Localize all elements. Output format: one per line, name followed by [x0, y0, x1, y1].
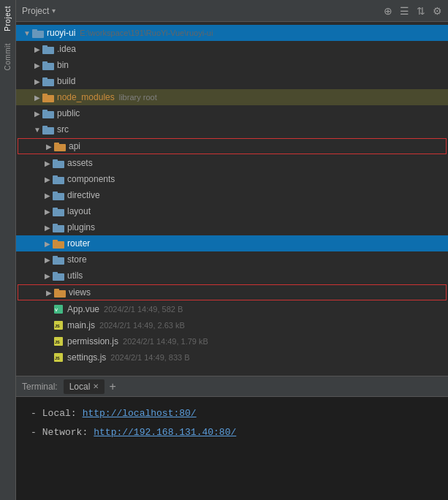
- list-item[interactable]: ▶ build: [16, 73, 448, 89]
- toolbar-left: Project ▾: [22, 6, 56, 16]
- svg-rect-7: [42, 77, 48, 80]
- terminal-line-local: - Local: http://localhost:80/: [31, 404, 433, 423]
- list-item[interactable]: ▶ node_modules library root: [16, 89, 448, 105]
- svg-rect-28: [53, 257, 64, 265]
- project-tab[interactable]: Project: [1, 0, 14, 37]
- terminal-link-local[interactable]: http://localhost:80/: [83, 404, 197, 423]
- views-name: views: [69, 287, 91, 298]
- svg-rect-18: [53, 177, 64, 184]
- svg-rect-25: [53, 224, 58, 226]
- svg-rect-30: [53, 273, 64, 281]
- svg-rect-11: [42, 110, 48, 112]
- list-item[interactable]: ▶ bin: [16, 57, 448, 73]
- svg-rect-32: [54, 290, 66, 298]
- assets-arrow-icon: ▶: [42, 159, 53, 167]
- src-name: src: [57, 124, 69, 135]
- router-arrow-icon: ▶: [42, 240, 53, 248]
- api-arrow-icon: ▶: [44, 143, 54, 151]
- list-item[interactable]: ▶ utils: [16, 268, 448, 284]
- svg-rect-16: [53, 161, 64, 168]
- list-item[interactable]: ▶ layout: [16, 203, 448, 219]
- globe-icon[interactable]: ⊕: [384, 5, 392, 17]
- list-icon[interactable]: ☰: [400, 5, 409, 17]
- list-item[interactable]: ▶ directive: [16, 187, 448, 203]
- gear-icon[interactable]: ⚙: [433, 5, 442, 17]
- svg-rect-15: [54, 143, 59, 145]
- root-project-path: E:\workspace\191\RuoYi-Vue\ruoyi-ui: [80, 29, 213, 37]
- main-content: Project ▾ ⊕ ☰ ⇅ ⚙ ▼ ruoyi-ui E:\workspac…: [16, 0, 448, 500]
- list-item[interactable]: ▶ store: [16, 251, 448, 268]
- store-arrow-icon: ▶: [42, 256, 53, 264]
- terminal-add-button[interactable]: +: [106, 380, 118, 393]
- svg-rect-33: [54, 289, 59, 291]
- svg-text:JS: JS: [55, 324, 60, 328]
- svg-rect-27: [53, 240, 58, 242]
- build-arrow-icon: ▶: [32, 77, 42, 86]
- router-folder-icon: [53, 239, 64, 249]
- nodemodules-arrow-icon: ▶: [32, 94, 42, 102]
- public-arrow-icon: ▶: [32, 110, 42, 118]
- utils-folder-icon: [53, 271, 64, 281]
- appvue-name: App.vue: [67, 304, 99, 314]
- tree-root-item[interactable]: ▼ ruoyi-ui E:\workspace\191\RuoYi-Vue\ru…: [16, 25, 448, 41]
- plugins-arrow-icon: ▶: [42, 224, 53, 232]
- api-name: api: [69, 141, 80, 151]
- terminal-dash-local: -: [31, 404, 37, 423]
- list-item[interactable]: JS main.js 2024/2/1 14:49, 2.63 kB: [16, 317, 448, 333]
- src-arrow-icon: ▼: [32, 126, 42, 134]
- list-item[interactable]: ▼ src: [16, 121, 448, 137]
- list-item[interactable]: JS permission.js 2024/2/1 14:49, 1.79 kB: [16, 333, 448, 349]
- svg-rect-3: [42, 45, 48, 48]
- mainjs-file-icon: JS: [53, 320, 64, 330]
- list-item[interactable]: ▶ public: [16, 105, 448, 121]
- list-item[interactable]: ▶ components: [16, 171, 448, 187]
- list-item[interactable]: ▶ assets: [16, 155, 448, 171]
- terminal-link-network[interactable]: http://192.168.131.40:80/: [94, 423, 236, 442]
- terminal-tab-local[interactable]: Local ✕: [64, 379, 105, 394]
- root-folder-icon: [32, 29, 44, 38]
- nodemodules-name: node_modules: [57, 92, 115, 102]
- directive-folder-icon: [53, 191, 64, 200]
- mainjs-meta: 2024/2/1 14:49, 2.63 kB: [99, 321, 185, 330]
- store-folder-icon: [53, 255, 64, 265]
- list-item[interactable]: V App.vue 2024/2/1 14:49, 582 B: [16, 301, 448, 317]
- terminal-section: Terminal: Local ✕ + - Local: http://loca…: [16, 376, 448, 500]
- svg-rect-5: [42, 61, 48, 64]
- list-item[interactable]: ▶ api: [18, 138, 447, 154]
- split-icon[interactable]: ⇅: [417, 5, 425, 17]
- list-item[interactable]: ▶ plugins: [16, 219, 448, 235]
- svg-rect-31: [53, 272, 58, 274]
- svg-rect-23: [53, 208, 58, 210]
- bin-arrow-icon: ▶: [32, 61, 42, 69]
- list-item[interactable]: ▶ views: [18, 284, 447, 300]
- root-project-name: ruoyi-ui: [47, 28, 75, 38]
- terminal-content: - Local: http://localhost:80/ - Network:…: [16, 397, 448, 500]
- store-name: store: [67, 254, 87, 265]
- api-folder-icon: [54, 142, 66, 151]
- utils-name: utils: [67, 270, 83, 281]
- settingsjs-name: settings.js: [67, 352, 106, 363]
- appvue-file-icon: V: [53, 304, 64, 314]
- plugins-name: plugins: [67, 222, 95, 232]
- svg-text:V: V: [55, 308, 58, 312]
- dropdown-arrow-icon[interactable]: ▾: [52, 7, 56, 15]
- commit-tab[interactable]: Commit: [1, 37, 14, 76]
- assets-name: assets: [67, 158, 93, 168]
- list-item[interactable]: JS settings.js 2024/2/1 14:49, 833 B: [16, 349, 448, 365]
- directive-arrow-icon: ▶: [42, 192, 53, 200]
- terminal-tab-close-icon[interactable]: ✕: [93, 382, 99, 390]
- directive-name: directive: [67, 190, 100, 200]
- svg-rect-26: [53, 241, 64, 249]
- router-tree-item[interactable]: ▶ router: [16, 235, 448, 251]
- list-item[interactable]: ▶ .idea: [16, 41, 448, 57]
- svg-text:JS: JS: [55, 356, 60, 360]
- build-name: build: [57, 76, 75, 86]
- terminal-line-network: - Network: http://192.168.131.40:80/: [31, 423, 433, 442]
- public-folder-icon: [42, 109, 54, 118]
- terminal-label: Terminal:: [22, 382, 58, 392]
- utils-arrow-icon: ▶: [42, 272, 53, 280]
- svg-rect-20: [53, 193, 64, 200]
- nodemodules-label: library root: [119, 93, 157, 102]
- components-arrow-icon: ▶: [42, 175, 53, 183]
- svg-rect-0: [32, 31, 44, 38]
